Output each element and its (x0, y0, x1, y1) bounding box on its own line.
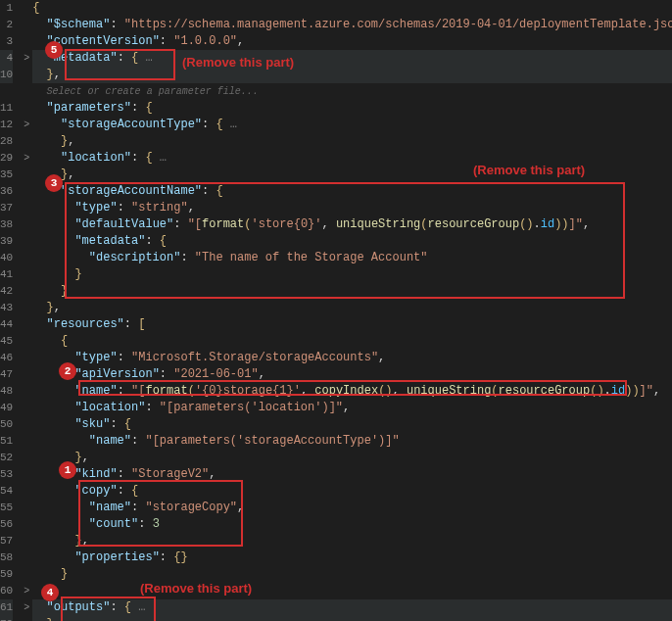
code-editor: 1 2 3 4 10 11 12 28 29 35 36 37 38 39 40… (0, 0, 672, 621)
code-area[interactable]: { "$schema": "https://schema.management.… (32, 0, 672, 621)
annotation-text-remove-4: (Remove this part) (140, 581, 252, 596)
chevron-right-icon[interactable]: > (21, 599, 32, 616)
line-number-gutter: 1 2 3 4 10 11 12 28 29 35 36 37 38 39 40… (0, 0, 21, 621)
chevron-right-icon[interactable]: > (21, 117, 32, 133)
annotation-badge-2: 2 (59, 362, 76, 380)
annotation-badge-3: 3 (45, 174, 63, 192)
chevron-right-icon[interactable]: > (21, 50, 32, 67)
chevron-right-icon[interactable]: > (21, 150, 32, 167)
annotation-badge-5: 5 (45, 41, 63, 59)
annotation-badge-1: 1 (59, 461, 76, 479)
parameter-file-hint[interactable]: Select or create a parameter file... (47, 86, 259, 97)
annotation-badge-4: 4 (41, 584, 59, 601)
fold-column: > > > > > (21, 0, 32, 621)
annotation-text-remove-5: (Remove this part) (182, 55, 294, 70)
annotation-text-remove-3: (Remove this part) (473, 163, 585, 177)
chevron-right-icon[interactable]: > (21, 583, 32, 599)
